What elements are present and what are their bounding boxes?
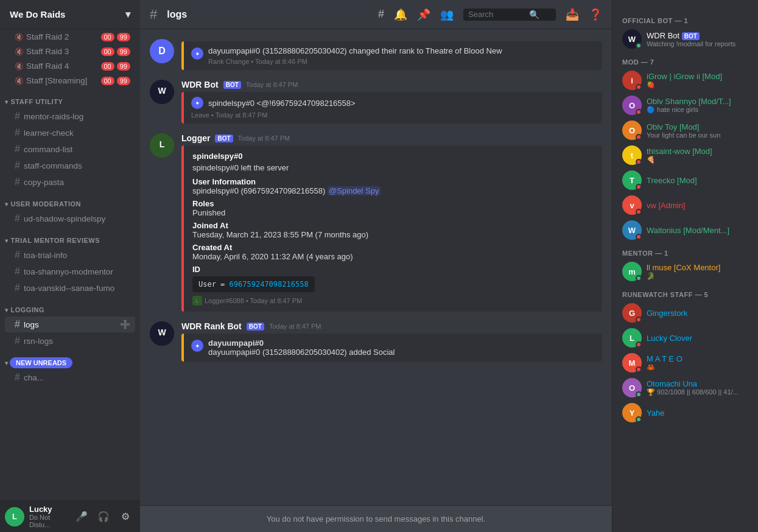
logger-section-id: ID User = 696759247098216558 — [192, 265, 594, 292]
member-info: vw [Admin] — [647, 201, 686, 210]
member-info: Waltonius [Mod/Ment...] — [647, 226, 729, 235]
member-subtext: Watching !modmail for reports — [647, 40, 735, 47]
channel-hash-icon: # — [150, 7, 157, 23]
hash-icon: # — [15, 160, 20, 171]
mute-button[interactable]: 🎤 — [72, 507, 91, 527]
svg-text:W: W — [158, 86, 166, 96]
category-trial-mentor-reviews[interactable]: ▾ Trial Mentor Reviews — [0, 227, 140, 247]
member-info: thisaint-wow [Mod] 🍕 — [647, 147, 712, 164]
new-unreads-button[interactable]: NEW UNREADS — [10, 357, 72, 368]
logger-section-user-info: User Information spindelspy#0 (696759247… — [192, 177, 594, 195]
server-header[interactable]: We Do Raids ▾ — [0, 0, 140, 29]
pin-icon[interactable]: 📌 — [417, 8, 430, 21]
member-category-official-bot: OFFICIAL BOT — 1 — [622, 17, 748, 24]
member-info: WDR Bot BOT Watching !modmail for report… — [647, 31, 735, 47]
search-box[interactable]: 🔍 — [463, 9, 556, 21]
settings-button[interactable]: ⚙ — [116, 507, 135, 527]
channel-item-mentor-raids-log[interactable]: # mentor-raids-log — [5, 108, 135, 124]
members-icon[interactable]: 👥 — [440, 8, 454, 21]
channel-item-cha[interactable]: # cha... NEW UNREADS — [5, 369, 135, 385]
member-info: Gingerstork — [647, 309, 687, 318]
avatar: m — [622, 262, 642, 281]
member-item-igrow[interactable]: i iGrow | iGrow ii [Mod] 🍓 — [617, 68, 753, 93]
member-item-wdr-bot[interactable]: W WDR Bot BOT Watching !modmail for repo… — [617, 27, 753, 51]
help-icon[interactable]: ❓ — [589, 8, 602, 21]
member-name: Waltonius [Mod/Ment...] — [647, 226, 729, 235]
deafen-button[interactable]: 🎧 — [94, 507, 113, 527]
status-indicator — [636, 134, 642, 140]
message-timestamp: Today at 8:47 PM — [238, 135, 290, 142]
category-staff-utility[interactable]: ▾ Staff Utility — [0, 88, 140, 108]
bot-badge: BOT — [247, 323, 264, 331]
member-subtext: 🐊 — [647, 272, 720, 280]
member-item-gingerstork[interactable]: G Gingerstork — [617, 301, 753, 325]
channel-item-staff-raid-4[interactable]: 🔇 Staff Raid 4 00 99 — [5, 59, 135, 73]
member-name: ll muse [CoX Mentor] — [647, 263, 720, 272]
add-user-icon[interactable]: ➕ — [120, 320, 130, 329]
channel-item-staff-raid-3[interactable]: 🔇 Staff Raid 3 00 99 — [5, 44, 135, 58]
avatar: W — [150, 321, 174, 346]
no-permission-notice: You do not have permission to send messa… — [140, 505, 612, 532]
member-info: Treecko [Mod] — [647, 176, 697, 185]
member-subtext: 🍓 — [647, 81, 722, 89]
logger-embed: spindelspy#0 spindelspy#0 left the serve… — [181, 145, 602, 312]
member-name: WDR Bot BOT — [647, 31, 735, 40]
channel-item-ud-shadow-spindelspy[interactable]: # ud-shadow-spindelspy — [5, 211, 135, 226]
category-logging[interactable]: ▾ Logging — [0, 296, 140, 316]
avatar: O — [622, 96, 642, 115]
member-item-treecko[interactable]: T Treecko [Mod] — [617, 168, 753, 192]
member-item-oblv-toy[interactable]: O Oblv Toy [Mod] Your light can be our s… — [617, 118, 753, 142]
member-info: Otomachi Una 🏆 902/1008 || 608/600 || 41… — [647, 379, 739, 396]
member-item-oblv-shannyo[interactable]: O Oblv Shannyo [Mod/T...] 🔵 hate nice gi… — [617, 93, 753, 117]
channel-item-toa-vanskid[interactable]: # toa-vanskid--sanae-fumo — [5, 280, 135, 296]
member-item-otomachi-una[interactable]: O Otomachi Una 🏆 902/1008 || 608/600 || … — [617, 376, 753, 400]
channel-item-staff-raid-2[interactable]: 🔇 Staff Raid 2 00 99 — [5, 30, 135, 44]
hash-icon: # — [15, 127, 20, 138]
hash-icon: # — [15, 282, 20, 293]
avatar: L — [622, 328, 642, 348]
member-info: Lucky Clover — [647, 334, 692, 343]
channel-item-rsn-logs[interactable]: # rsn-logs — [5, 333, 135, 349]
user-status: Do Not Distu... — [29, 514, 72, 528]
channel-item-learner-check[interactable]: # learner-check — [5, 125, 135, 141]
main-content: # logs # 🔔 📌 👥 🔍 📥 ❓ D ✦ — [140, 0, 612, 532]
category-user-moderation[interactable]: ▾ User Moderation — [0, 191, 140, 210]
hash-icon: # — [15, 319, 20, 330]
channel-item-staff-streaming[interactable]: 🔇 Staff [Streaming] 00 99 — [5, 74, 135, 88]
channel-item-logs[interactable]: # logs ➕ — [5, 317, 135, 332]
muted-icon: 🔇 — [15, 33, 24, 41]
member-subtext: 🍕 — [647, 156, 712, 164]
member-category-mentor: MENTOR — 1 — [622, 250, 748, 257]
member-name: vw [Admin] — [647, 201, 686, 210]
channel-title: logs — [167, 9, 187, 20]
avatar: W — [150, 80, 174, 104]
leave-embed: ✦ spindelspy#0 <@!696759247098216558> Le… — [181, 92, 602, 124]
status-indicator — [636, 391, 642, 397]
channel-item-toa-shannyo-modmentor[interactable]: # toa-shannyo-modmentor — [5, 264, 135, 279]
member-item-ll-muse[interactable]: m ll muse [CoX Mentor] 🐊 — [617, 259, 753, 284]
embed-inner-author: dayuumpapi#0 — [208, 338, 395, 348]
member-item-vw[interactable]: v vw [Admin] — [617, 193, 753, 217]
search-input[interactable] — [468, 10, 529, 19]
inbox-icon[interactable]: 📥 — [566, 8, 579, 21]
member-item-waltonius[interactable]: W Waltonius [Mod/Ment...] — [617, 218, 753, 242]
channel-item-copy-pasta[interactable]: # copy-pasta — [5, 174, 135, 190]
avatar: i — [622, 71, 642, 90]
channel-item-staff-commands[interactable]: # staff-commands — [5, 158, 135, 173]
server-chevron: ▾ — [125, 9, 130, 20]
logger-action: spindelspy#0 left the server — [192, 163, 594, 172]
member-item-thisaint-wow[interactable]: t thisaint-wow [Mod] 🍕 — [617, 143, 753, 167]
threads-icon[interactable]: # — [378, 8, 384, 21]
channel-header: # logs # 🔔 📌 👥 🔍 📥 ❓ — [140, 0, 612, 29]
channel-item-toa-trial-info[interactable]: # toa-trial-info — [5, 247, 135, 263]
status-indicator — [636, 184, 642, 190]
notifications-icon[interactable]: 🔔 — [394, 8, 407, 21]
member-item-mateo[interactable]: M M A T E O 🦀 — [617, 351, 753, 375]
avatar: W — [622, 220, 642, 240]
member-name: iGrow | iGrow ii [Mod] — [647, 72, 722, 81]
member-name: Treecko [Mod] — [647, 176, 697, 185]
channel-item-command-list[interactable]: # command-list — [5, 141, 135, 157]
member-item-yahe[interactable]: Y Yahe — [617, 401, 753, 425]
member-item-lucky-clover[interactable]: L Lucky Clover — [617, 326, 753, 350]
message-header: WDR Rank Bot BOT Today at 8:47 PM — [181, 321, 602, 331]
